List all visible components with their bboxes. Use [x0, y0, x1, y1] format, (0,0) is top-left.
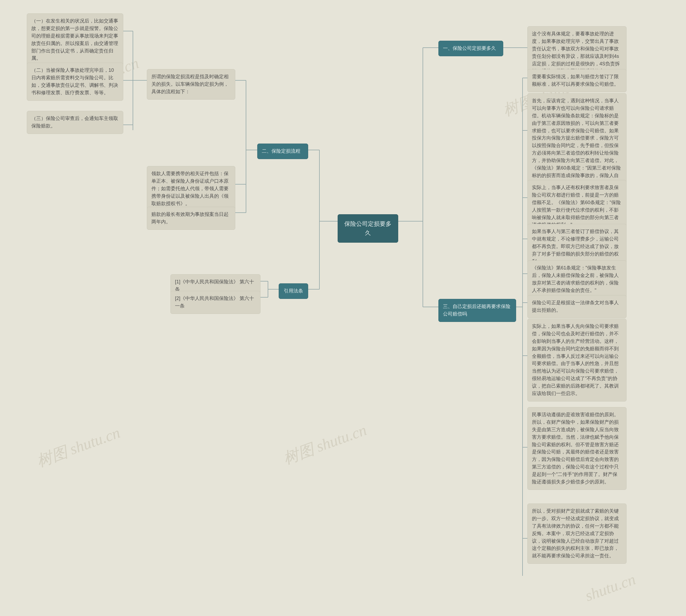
- branch-2-group1-head[interactable]: 所谓的保险定损流程是指及时确定相关的损失。以车辆保险的定损为例，具体的流程如下：: [147, 69, 235, 100]
- mindmap-canvas: 树图 shutu.cn 树图 shutu.cn 树图 shutu.cn 树图 s…: [0, 0, 686, 616]
- branch-3-leaf-9[interactable]: 所以，受对损财产定损就成了索赔的关键的一步。双方一经达成定损协议，就变成了具有法…: [527, 504, 626, 564]
- branch-2-group1-leaf-2[interactable]: （二）当被保险人事故处理完毕后，10日内将索赔所需资料交与保险公司。比如，交通事…: [27, 63, 123, 101]
- branch-2-group1-leaf-3[interactable]: （三）保险公司审查后，会通知车主领取保险赔款。: [27, 111, 123, 134]
- branch-1[interactable]: 一、保险公司定损要多久: [438, 41, 503, 56]
- branch-law[interactable]: 引用法条: [279, 283, 308, 299]
- watermark: 树图 shutu.cn: [34, 422, 123, 472]
- watermark: shutu.cn: [583, 570, 638, 605]
- root-node[interactable]: 保险公司定损要多久: [338, 214, 398, 243]
- branch-3-leaf-6[interactable]: 保险公司正是根据这一法律条文对当事人提出拒赔的。: [527, 295, 626, 318]
- branch-3[interactable]: 三、自己定损后还能再要求保险公司赔偿吗: [438, 299, 516, 322]
- branch-2-group1-leaf-1[interactable]: （一）在发生相关的状况后，比如交通事故，想要定损的第一步就是报警。保险公司的理赔…: [27, 14, 123, 66]
- branch-3-leaf-1[interactable]: 需要看实际情况，如果与赔偿方签订了限额标准，就不可以再要求保险公司赔偿。: [527, 69, 626, 92]
- branch-2-leaf-3[interactable]: 赔款的最长有效期为事故报案当日起两年内。: [147, 207, 235, 230]
- watermark: 树图 shutu.cn: [280, 420, 369, 469]
- branch-3-leaf-5[interactable]: 《保险法》第61条规定："保险事故发生后，保险人未赔偿保险金之前，被保险人放弃对…: [527, 260, 626, 299]
- branch-3-leaf-7[interactable]: 实际上，如果当事人先向保险公司要求赔偿，保险公司也会及时进行赔偿的，并不会影响到…: [527, 319, 626, 401]
- branch-2-leaf-2[interactable]: 领款人需要携带的相关证件包括：保单正本、被保险人身份证或户口本原件；如需委托他人…: [147, 166, 235, 211]
- branch-2[interactable]: 二、保险定损流程: [257, 144, 308, 159]
- branch-law-leaf-2[interactable]: [2]《中华人民共和国保险法》 第六十一条: [170, 291, 260, 314]
- branch-3-leaf-8[interactable]: 民事活动遵循的是谁致害谁赔偿的原则。所以，在财产保险中，如果保险财产的损失是由第…: [527, 407, 626, 490]
